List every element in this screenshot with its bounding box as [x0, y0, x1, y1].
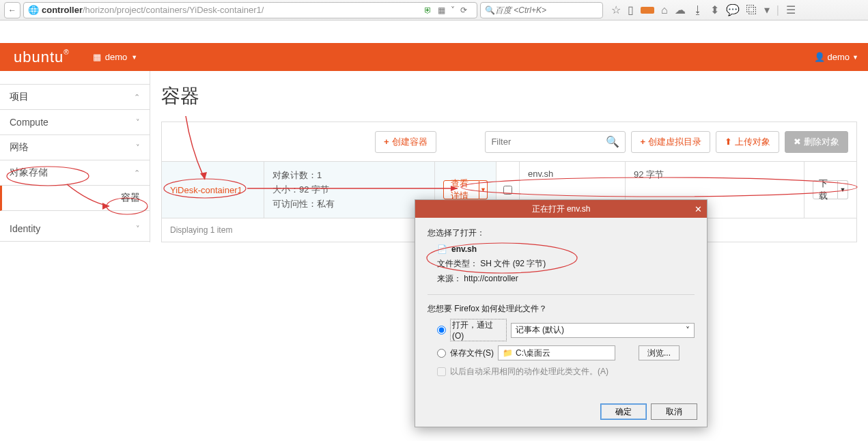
dialog-filename-row: 📄 env.sh — [437, 244, 695, 254]
folder-icon: 📁 — [503, 348, 513, 358]
view-detail-button[interactable]: 查看详情▼ — [443, 180, 488, 199]
filter-input[interactable] — [491, 137, 606, 147]
qr-icon[interactable]: ▦ — [438, 5, 445, 15]
clipboard-icon[interactable]: ▯ — [628, 3, 634, 16]
star-icon[interactable]: ☆ — [611, 3, 621, 16]
browser-toolbar: ← 🌐 controller/horizon/project/container… — [0, 0, 868, 20]
sort-icon[interactable]: ⬍ — [710, 3, 719, 16]
address-bar[interactable]: 🌐 controller/horizon/project/containers/… — [23, 2, 477, 18]
cloud-icon[interactable]: ☁ — [675, 3, 686, 16]
globe-icon: 🌐 — [28, 5, 39, 15]
dialog-title: 正在打开 env.sh ✕ — [415, 200, 707, 218]
close-icon[interactable]: ✕ — [689, 200, 707, 218]
create-vdir-button[interactable]: + 创建虚拟目录 — [631, 131, 710, 153]
open-with-radio[interactable]: 打开，通过(O) 记事本 (默认)˅ — [437, 319, 695, 341]
open-with-select[interactable]: 记事本 (默认)˅ — [511, 323, 695, 338]
project-dropdown[interactable]: ▦ demo ▼ — [83, 52, 147, 62]
url-text: controller/horizon/project/containers/Yi… — [42, 5, 424, 15]
download-icon[interactable]: ⭳ — [692, 4, 703, 16]
sidebar-item-compute[interactable]: Compute˅ — [0, 110, 150, 135]
home-icon[interactable]: ⌂ — [661, 4, 668, 16]
save-file-radio[interactable]: 保存文件(S) 📁C:\桌面云 浏览... — [437, 345, 695, 360]
search-bar[interactable]: 🔍 — [480, 2, 603, 18]
sidebar-item-container[interactable]: 容器 — [0, 186, 150, 211]
download-dialog: 正在打开 env.sh ✕ 您选择了打开： 📄 env.sh 文件类型： SH … — [415, 199, 708, 427]
chevron-down-icon[interactable]: ˅ — [451, 5, 455, 15]
sidebar: 项目⌃ Compute˅ 网络˅ 对象存储⌃ 容器 Identity˅ — [0, 71, 150, 242]
sidebar-item-identity[interactable]: Identity˅ — [0, 216, 150, 242]
dialog-question: 您想要 Firefox 如何处理此文件？ — [428, 303, 695, 315]
search-icon: 🔍 — [485, 5, 495, 15]
search-icon[interactable]: 🔍 — [606, 135, 619, 148]
container-name[interactable]: YiDesk-container1 — [162, 162, 264, 218]
sidebar-item-object-storage[interactable]: 对象存储⌃ — [0, 160, 150, 186]
browse-button[interactable]: 浏览... — [639, 345, 680, 360]
object-actions: 下载▼ — [804, 162, 856, 218]
chat-icon[interactable]: 💬 — [726, 3, 740, 16]
search-input[interactable] — [495, 5, 598, 15]
refresh-icon[interactable]: ⟳ — [460, 5, 467, 15]
ubuntu-logo: ubuntu® — [0, 48, 83, 66]
horizon-header: ubuntu® ▦ demo ▼ 👤 demo ▼ — [0, 43, 868, 71]
addon-icon[interactable] — [641, 7, 654, 14]
dialog-filetype: 文件类型： SH 文件 (92 字节) — [437, 257, 695, 272]
remember-checkbox[interactable]: 以后自动采用相同的动作处理此类文件。(A) — [437, 366, 695, 378]
ok-button[interactable]: 确定 — [600, 403, 647, 420]
back-button[interactable]: ← — [4, 2, 20, 18]
container-meta: 对象计数：1 大小：92 字节 可访问性：私有 — [264, 162, 435, 218]
filter-input-wrap[interactable]: 🔍 — [485, 131, 626, 153]
caret-icon[interactable]: ▾ — [764, 3, 770, 16]
save-path-field[interactable]: 📁C:\桌面云 — [498, 345, 615, 360]
dialog-you-chose: 您选择了打开： — [428, 227, 695, 239]
user-dropdown[interactable]: 👤 demo ▼ — [814, 52, 858, 62]
dialog-source: 来源： http://controller — [437, 272, 695, 287]
sidebar-item-project[interactable]: 项目⌃ — [0, 85, 150, 110]
upload-object-button[interactable]: ⬆ 上传对象 — [716, 131, 779, 153]
page-title: 容器 — [161, 83, 857, 109]
crop-icon[interactable]: ⿻ — [746, 4, 757, 16]
create-container-button[interactable]: + 创建容器 — [375, 131, 436, 153]
menu-icon[interactable]: ☰ — [786, 3, 796, 16]
cancel-button[interactable]: 取消 — [651, 403, 697, 420]
download-button[interactable]: 下载▼ — [813, 180, 848, 199]
shield-icon: ⛨ — [424, 5, 432, 15]
sidebar-item-network[interactable]: 网络˅ — [0, 135, 150, 160]
delete-object-button[interactable]: ✖ 删除对象 — [785, 131, 848, 153]
file-icon: 📄 — [437, 244, 447, 254]
